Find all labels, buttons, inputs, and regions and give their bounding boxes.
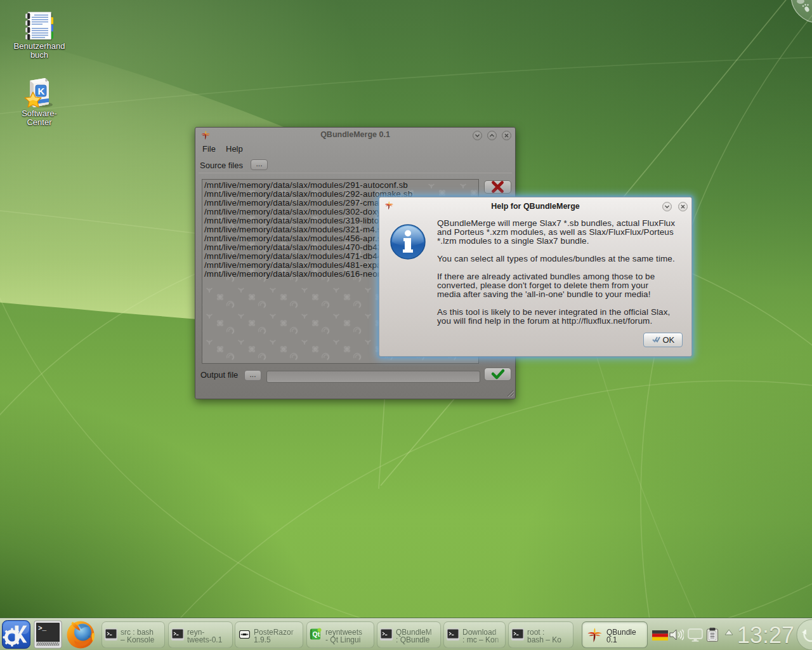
svg-text:K: K bbox=[38, 86, 45, 96]
svg-text:>_: >_ bbox=[38, 625, 47, 632]
